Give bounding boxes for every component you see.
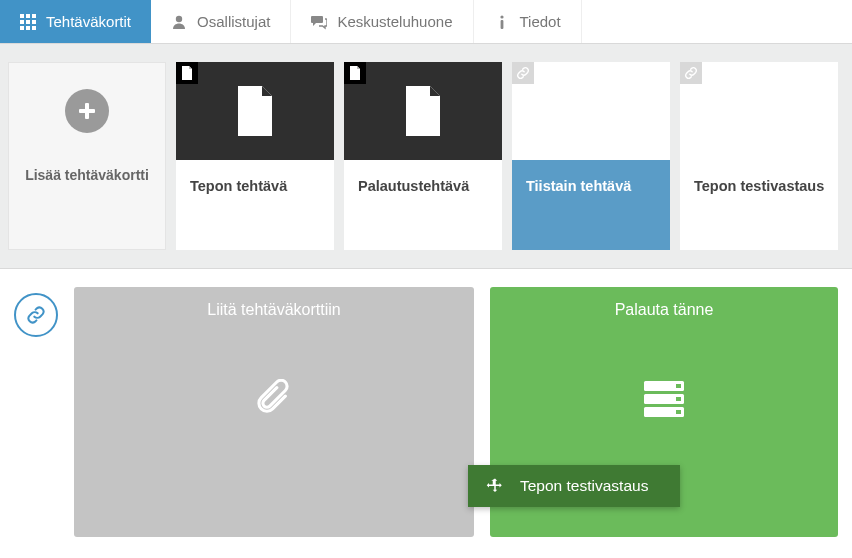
svg-rect-3	[20, 20, 24, 24]
svg-rect-19	[676, 410, 681, 414]
svg-rect-13	[79, 109, 95, 113]
tab-label: Tiedot	[520, 13, 561, 30]
return-panel[interactable]: Palauta tänne Tepon testivastaus	[490, 287, 838, 537]
card-label: Tepon testivastaus	[680, 160, 838, 250]
file-icon	[402, 86, 444, 136]
svg-rect-11	[500, 20, 503, 29]
tab-label: Tehtäväkortit	[46, 13, 131, 30]
card-label: Tepon tehtävä	[176, 160, 334, 250]
svg-rect-5	[32, 20, 36, 24]
info-icon	[494, 14, 510, 30]
grid-icon	[20, 14, 36, 30]
panel-title: Liitä tehtäväkorttiin	[207, 301, 340, 319]
drop-area: Liitä tehtäväkorttiin Palauta tänne Tepo…	[0, 269, 852, 555]
tab-label: Keskusteluhuone	[337, 13, 452, 30]
card-thumb	[176, 62, 334, 160]
user-icon	[171, 14, 187, 30]
comments-icon	[311, 14, 327, 30]
dragged-item[interactable]: Tepon testivastaus	[468, 465, 680, 507]
svg-rect-1	[26, 14, 30, 18]
task-card-tepon[interactable]: Tepon tehtävä	[176, 62, 334, 250]
file-badge-icon	[344, 62, 366, 84]
task-card-testivastaus[interactable]: Tepon testivastaus	[680, 62, 838, 250]
attach-panel[interactable]: Liitä tehtäväkorttiin	[74, 287, 474, 537]
link-badge-icon	[680, 62, 702, 84]
svg-rect-2	[32, 14, 36, 18]
svg-rect-6	[20, 26, 24, 30]
svg-rect-8	[32, 26, 36, 30]
move-icon	[486, 477, 504, 495]
link-badge-icon	[512, 62, 534, 84]
card-label: Lisää tehtäväkortti	[19, 167, 155, 249]
panel-title: Palauta tänne	[615, 301, 714, 319]
svg-rect-17	[676, 384, 681, 388]
card-thumb	[512, 62, 670, 160]
svg-rect-7	[26, 26, 30, 30]
card-strip: Lisää tehtäväkortti Tepon tehtävä Palaut…	[0, 44, 852, 269]
file-icon	[234, 86, 276, 136]
svg-point-9	[176, 15, 182, 21]
card-thumb	[680, 62, 838, 160]
card-thumb	[344, 62, 502, 160]
svg-rect-4	[26, 20, 30, 24]
server-icon	[642, 379, 686, 419]
svg-point-10	[500, 15, 503, 18]
card-label: Palautustehtävä	[344, 160, 502, 250]
plus-circle-icon	[65, 89, 109, 133]
tab-discussion[interactable]: Keskusteluhuone	[291, 0, 473, 43]
svg-rect-0	[20, 14, 24, 18]
tab-participants[interactable]: Osallistujat	[151, 0, 291, 43]
task-card-palautus[interactable]: Palautustehtävä	[344, 62, 502, 250]
svg-rect-18	[676, 397, 681, 401]
dragged-item-label: Tepon testivastaus	[520, 477, 648, 495]
card-label: Tiistain tehtävä	[512, 160, 670, 250]
task-card-tiistai[interactable]: Tiistain tehtävä	[512, 62, 670, 250]
tab-label: Osallistujat	[197, 13, 270, 30]
file-badge-icon	[176, 62, 198, 84]
tab-tasks[interactable]: Tehtäväkortit	[0, 0, 151, 43]
link-bubble-button[interactable]	[14, 293, 58, 337]
paperclip-icon	[257, 379, 291, 419]
tab-info[interactable]: Tiedot	[474, 0, 582, 43]
tab-bar: Tehtäväkortit Osallistujat Keskusteluhuo…	[0, 0, 852, 44]
link-icon	[26, 305, 46, 325]
add-task-card[interactable]: Lisää tehtäväkortti	[8, 62, 166, 250]
